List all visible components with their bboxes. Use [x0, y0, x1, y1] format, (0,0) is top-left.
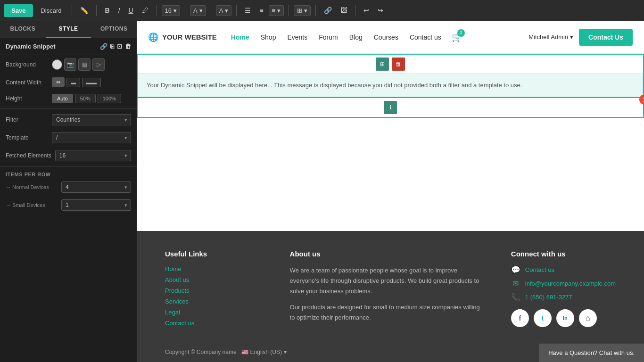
background-image-button[interactable]: 📷	[64, 58, 76, 71]
font-size-dropdown[interactable]: 16 ▾	[162, 5, 180, 16]
nav-contact-us[interactable]: Contact us	[405, 32, 446, 43]
tab-blocks[interactable]: BLOCKS	[0, 21, 46, 38]
about-text-1: We are a team of passionate people whose…	[290, 265, 483, 296]
twitter-button[interactable]: t	[534, 309, 552, 327]
left-panel: BLOCKS STYLE OPTIONS Dynamic Snippet 🔗 ⎘…	[0, 21, 137, 362]
link-button[interactable]: 🔗	[321, 5, 335, 16]
ordered-list-button[interactable]: ≡	[256, 5, 266, 16]
block-add-below-button[interactable]: ℹ	[384, 101, 397, 114]
chat-widget[interactable]: Have a Question? Chat with us.	[539, 344, 644, 362]
template-row: Template /	[0, 129, 137, 147]
delete-icon[interactable]: 🗑	[125, 43, 131, 50]
image-button[interactable]: 🖼	[337, 5, 350, 16]
panel-section-title: Dynamic Snippet	[6, 43, 55, 50]
fetched-elements-select[interactable]: 16	[55, 150, 131, 161]
language-selector[interactable]: 🇺🇸 English (US) ▾	[241, 349, 287, 355]
unordered-list-button[interactable]: ☰	[241, 5, 254, 16]
underline-button[interactable]: U	[125, 5, 136, 16]
panel-section-header: Dynamic Snippet 🔗 ⎘ ⊡ 🗑	[0, 38, 137, 55]
footer-link-home[interactable]: Home	[165, 265, 262, 272]
toolbar-separator6	[236, 5, 237, 16]
width-full-btn[interactable]: ▬▬	[82, 78, 101, 87]
connect-contact: 💬 Contact us	[511, 265, 616, 274]
chevron-down-icon2: ▾	[199, 7, 203, 14]
table-dropdown[interactable]: ⊞ ▾	[294, 5, 311, 16]
discard-button[interactable]: Discard	[35, 4, 67, 17]
link-icon[interactable]: 🔗	[100, 43, 107, 50]
bold-button[interactable]: B	[101, 5, 113, 16]
copyright-text: Copyright © Company name	[165, 349, 237, 355]
normal-devices-select[interactable]: 4	[61, 181, 131, 193]
fetched-elements-select-wrapper: 16	[55, 150, 131, 161]
nav-shop[interactable]: Shop	[256, 32, 281, 43]
footer-link-about[interactable]: About us	[165, 276, 262, 283]
font-family-dropdown[interactable]: A ▾	[190, 5, 206, 16]
height-auto-btn[interactable]: Auto	[52, 94, 73, 103]
redo-button[interactable]: ↪	[374, 5, 387, 16]
text-color-dropdown[interactable]: A ▾	[216, 5, 232, 16]
contact-us-header-button[interactable]: Contact Us	[579, 29, 633, 46]
filter-select-wrapper: Countries	[52, 114, 131, 125]
nav-home[interactable]: Home	[226, 32, 254, 43]
connect-email: ✉ info@yourcompany.example.com	[511, 279, 616, 288]
template-select-wrapper: /	[52, 132, 131, 143]
background-color-swatch[interactable]	[52, 59, 62, 70]
settings-icon[interactable]: ⊡	[117, 43, 122, 50]
nav-events[interactable]: Events	[282, 32, 312, 43]
background-controls: 📷 ▦ ▷	[52, 58, 131, 71]
tab-options[interactable]: OPTIONS	[91, 21, 137, 38]
chevron-down-icon6: ▾	[284, 349, 287, 355]
italic-button[interactable]: I	[115, 5, 124, 16]
background-row: Background 📷 ▦ ▷	[0, 55, 137, 74]
contact-link[interactable]: Contact us	[525, 266, 554, 273]
tab-style[interactable]: STYLE	[46, 21, 91, 38]
cart-icon[interactable]: 🛒 0	[452, 32, 462, 42]
home-button[interactable]: ⌂	[579, 309, 597, 327]
width-expand-btn[interactable]: ⇔	[52, 77, 65, 87]
footer-about: About us We are a team of passionate peo…	[290, 250, 483, 330]
about-text-2: Our products are designed for small to m…	[290, 302, 483, 323]
toolbar-separator7	[289, 5, 289, 16]
footer-link-services[interactable]: Services	[165, 298, 262, 305]
save-button[interactable]: Save	[4, 4, 33, 17]
small-devices-select[interactable]: 1	[61, 199, 131, 211]
copy-icon[interactable]: ⎘	[110, 43, 114, 50]
background-video-button[interactable]: ▷	[92, 58, 105, 71]
block-delete-button[interactable]: 🗑	[392, 58, 405, 71]
undo-button[interactable]: ↩	[360, 5, 372, 16]
height-100-btn[interactable]: 100%	[98, 94, 121, 103]
footer-link-products[interactable]: Products	[165, 287, 262, 294]
fetched-elements-label: Fetched Elements	[6, 152, 51, 159]
height-50-btn[interactable]: 50%	[75, 94, 96, 103]
site-nav: Home Shop Events Forum Blog Courses Cont…	[226, 32, 519, 43]
facebook-button[interactable]: f	[511, 309, 529, 327]
filter-select[interactable]: Countries	[52, 114, 131, 125]
highlight-button[interactable]: 🖊	[139, 5, 152, 16]
linkedin-button[interactable]: in	[556, 309, 574, 327]
site-footer: Useful Links Home About us Products Serv…	[137, 231, 644, 362]
align-dropdown[interactable]: ≡ ▾	[269, 5, 284, 16]
normal-devices-select-wrapper: 4	[61, 181, 131, 193]
footer-link-contact[interactable]: Contact us	[165, 320, 262, 327]
phone-link[interactable]: 1 (650) 691-3277	[525, 294, 572, 301]
format-pencil-button[interactable]: ✏️	[77, 5, 91, 16]
chevron-down-icon4: ▾	[277, 7, 281, 14]
nav-blog[interactable]: Blog	[345, 32, 367, 43]
email-icon: ✉	[511, 279, 520, 288]
nav-forum[interactable]: Forum	[314, 32, 342, 43]
site-header: 🌐 YOUR WEBSITE Home Shop Events Forum Bl…	[137, 21, 644, 54]
email-link[interactable]: info@yourcompany.example.com	[525, 280, 616, 287]
nav-courses[interactable]: Courses	[369, 32, 403, 43]
admin-dropdown[interactable]: Mitchell Admin ▾	[528, 33, 573, 41]
width-boxed-btn[interactable]: ▬	[66, 78, 80, 87]
flag-icon: 🇺🇸	[241, 349, 248, 355]
block-move-up-button[interactable]: ⊞	[376, 58, 389, 71]
template-select[interactable]: /	[52, 132, 131, 143]
toolbar-separator3	[157, 5, 157, 16]
background-gradient-button[interactable]: ▦	[78, 58, 91, 71]
height-label: Height	[6, 95, 48, 102]
footer-link-legal[interactable]: Legal	[165, 309, 262, 316]
admin-name: Mitchell Admin	[528, 33, 568, 41]
divider1	[0, 108, 137, 109]
content-width-label: Content Width	[6, 79, 48, 86]
